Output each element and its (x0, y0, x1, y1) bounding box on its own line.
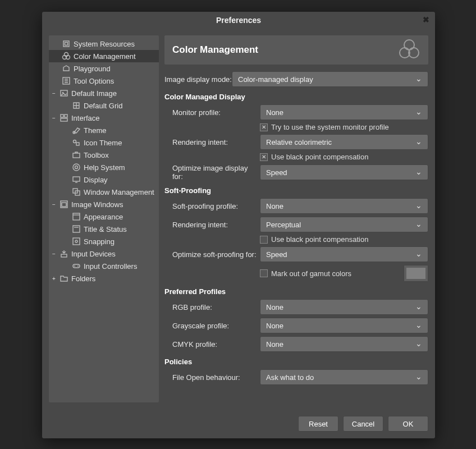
grayscale-profile-label: Grayscale profile: (164, 322, 260, 330)
bpc-sp-checkbox[interactable] (260, 236, 268, 244)
snap-icon (71, 236, 81, 246)
folder-icon (59, 273, 69, 283)
image-icon (59, 88, 69, 98)
page-header: Color Management (164, 35, 428, 65)
tree-expander-icon[interactable]: − (51, 201, 57, 208)
preferences-dialog: Preferences ✖ System ResourcesColor Mana… (42, 12, 435, 438)
sidebar-item-label: Display (84, 176, 108, 184)
tree-expander-icon[interactable]: − (51, 90, 57, 97)
sidebar-item-system-resources[interactable]: System Resources (49, 38, 159, 50)
grid-icon (71, 100, 81, 111)
sidebar-item-tool-options[interactable]: Tool Options (49, 75, 159, 87)
fileopen-label: File Open behaviour: (164, 373, 260, 382)
sidebar-item-toolbox[interactable]: Toolbox (49, 149, 159, 161)
page-title: Color Management (172, 44, 258, 56)
monitor-profile-select[interactable]: None (260, 104, 428, 120)
sidebar-item-snapping[interactable]: Snapping (49, 235, 159, 248)
svg-rect-14 (73, 153, 80, 158)
rendering-intent-display-label: Rendering intent: (164, 138, 260, 146)
bpc-display-checkbox[interactable]: ✕ (260, 153, 268, 161)
sidebar-item-label: Title & Status (84, 225, 127, 233)
sidebar-item-label: Window Management (84, 188, 154, 196)
sidebar-item-label: Folders (71, 274, 95, 283)
section-preferred-profiles: Preferred Profiles (164, 287, 428, 296)
svg-rect-9 (65, 114, 67, 117)
help-icon (71, 162, 81, 172)
reset-button[interactable]: Reset (298, 416, 338, 432)
sidebar-item-theme[interactable]: Theme (49, 124, 159, 136)
sidebar: System ResourcesColor ManagementPlaygrou… (49, 35, 159, 402)
gamut-label: Mark out of gamut colors (271, 269, 404, 278)
display-mode-label: Image display mode: (164, 75, 232, 84)
sidebar-item-image-windows[interactable]: −Image Windows (49, 198, 159, 210)
svg-rect-1 (65, 43, 68, 45)
imgwin-icon (59, 199, 69, 209)
cancel-button[interactable]: Cancel (343, 416, 383, 432)
tree-expander-icon[interactable]: − (51, 115, 57, 121)
sidebar-item-label: Snapping (84, 237, 115, 246)
toy-icon (61, 63, 71, 74)
bpc-display-label: Use black point compensation (271, 153, 368, 161)
sidebar-item-label: Default Grid (84, 102, 122, 110)
sidebar-item-title-status[interactable]: Title & Status (49, 223, 159, 235)
sidebar-item-label: Help System (84, 163, 125, 172)
sidebar-item-input-controllers[interactable]: Input Controllers (49, 260, 159, 272)
sidebar-item-label: System Resources (74, 40, 135, 48)
windows-icon (71, 187, 81, 197)
titlebar: Preferences ✖ (42, 12, 435, 29)
sidebar-item-label: Appearance (84, 213, 123, 221)
sidebar-item-appearance[interactable]: Appearance (49, 210, 159, 223)
optimize-display-select[interactable]: Speed (260, 164, 428, 180)
sidebar-item-label: Theme (84, 126, 106, 135)
display-mode-select[interactable]: Color-managed display (232, 71, 428, 87)
sidebar-item-default-image[interactable]: −Default Image (49, 87, 159, 99)
gamut-checkbox[interactable] (260, 269, 268, 277)
sidebar-item-window-management[interactable]: Window Management (49, 186, 159, 198)
sidebar-item-label: Input Controllers (84, 262, 137, 271)
sidebar-item-icon-theme[interactable]: Icon Theme (49, 136, 159, 149)
sidebar-item-label: Playground (74, 65, 111, 73)
softproof-profile-select[interactable]: None (260, 198, 428, 214)
section-softproofing: Soft-Proofing (164, 186, 428, 195)
softproof-profile-label: Soft-proofing profile: (164, 202, 260, 210)
svg-point-16 (75, 166, 78, 169)
fileopen-select[interactable]: Ask what to do (260, 369, 428, 385)
gamut-color-button[interactable] (404, 265, 428, 282)
rendering-intent-sp-label: Rendering intent: (164, 221, 260, 229)
monitor-profile-label: Monitor profile: (164, 108, 260, 117)
sidebar-item-folders[interactable]: +Folders (49, 272, 159, 285)
tree-expander-icon[interactable]: − (51, 251, 57, 257)
sidebar-item-display[interactable]: Display (49, 173, 159, 186)
svg-rect-8 (61, 114, 63, 117)
sidebar-item-label: Input Devices (71, 250, 116, 258)
rgb-profile-select[interactable]: None (260, 299, 428, 315)
svg-point-28 (74, 265, 75, 267)
rendering-intent-display-select[interactable]: Relative colorimetric (260, 134, 428, 150)
sidebar-item-label: Image Windows (71, 200, 123, 209)
icontheme-icon (71, 138, 81, 148)
rendering-intent-sp-select[interactable]: Perceptual (260, 217, 428, 232)
grayscale-profile-select[interactable]: None (260, 318, 428, 333)
close-icon[interactable]: ✖ (423, 15, 429, 24)
use-system-profile-checkbox[interactable]: ✕ (260, 123, 268, 131)
main-panel: Color Management Image display mode: Col… (164, 35, 428, 402)
section-color-managed-display: Color Managed Display (164, 93, 428, 101)
ok-button[interactable]: OK (388, 416, 428, 432)
sidebar-item-interface[interactable]: −Interface (49, 112, 159, 124)
sidebar-item-color-management[interactable]: Color Management (49, 50, 159, 62)
svg-rect-22 (73, 213, 80, 220)
sidebar-item-playground[interactable]: Playground (49, 62, 159, 75)
svg-point-15 (73, 164, 80, 171)
sidebar-item-default-grid[interactable]: Default Grid (49, 99, 159, 112)
sidebar-item-help-system[interactable]: Help System (49, 161, 159, 173)
tree-expander-icon[interactable]: + (51, 276, 57, 282)
svg-rect-23 (73, 226, 80, 232)
title-icon (71, 224, 81, 234)
cmyk-profile-select[interactable]: None (260, 336, 428, 352)
optimize-sp-select[interactable]: Speed (260, 246, 428, 262)
sidebar-item-input-devices[interactable]: −Input Devices (49, 248, 159, 260)
svg-point-29 (77, 265, 79, 267)
sidebar-item-label: Toolbox (84, 151, 109, 159)
svg-rect-26 (61, 254, 67, 257)
svg-rect-27 (73, 264, 80, 268)
